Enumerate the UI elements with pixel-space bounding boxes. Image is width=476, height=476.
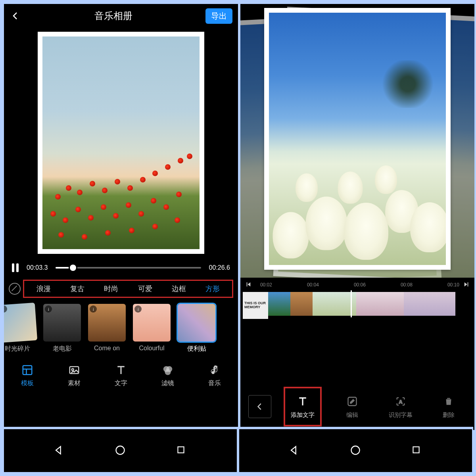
tab-text[interactable]: 文字 [114,363,128,388]
svg-point-4 [72,369,74,370]
template-icon [21,363,34,377]
page-title: 音乐相册 [94,10,132,22]
template-item[interactable]: Come on [88,304,126,353]
edit-icon [345,395,359,408]
download-icon [90,305,97,313]
preview-area [4,28,238,258]
category-item-active[interactable]: 方形 [205,284,220,294]
assets-icon [67,363,81,377]
delete-icon [442,395,455,408]
text-icon [114,363,128,377]
progress-slider[interactable] [56,267,201,269]
edit-button[interactable]: 编辑 [334,395,370,419]
caption-icon: A [394,395,407,408]
tab-label: 滤镜 [161,379,174,388]
skip-start-icon[interactable] [244,282,252,288]
photo-frame[interactable] [38,32,204,254]
filter-icon [161,363,175,377]
timeline-ruler[interactable]: 00:02 00:04 00:06 00:08 00:10 [240,278,474,292]
svg-point-15 [116,446,124,455]
preview-photo [269,13,446,265]
timeline-clip[interactable] [356,292,404,316]
category-item[interactable]: 时尚 [104,284,118,294]
none-icon[interactable] [9,283,21,295]
timeline-tick: 00:10 [447,282,459,288]
total-time: 00:26.6 [209,264,230,271]
text-tools-bar: 添加文字 编辑 A 识别字幕 删除 [240,385,474,430]
timeline-strip[interactable]: THIS IS OUR MEMORY [240,292,474,316]
nav-back-icon[interactable] [53,445,65,457]
music-album-editor-screen: 音乐相册 导出 [4,4,238,430]
titlebar: 音乐相册 导出 [4,4,238,28]
bottom-tabs: 模板 素材 文字 滤镜 [4,358,238,392]
template-item[interactable]: 老电影 [43,304,81,353]
skip-end-icon[interactable] [463,282,470,288]
preview-area[interactable] [240,4,474,278]
svg-rect-16 [178,447,184,453]
text-icon [296,395,309,408]
template-label: Colourful [139,345,164,352]
tab-label: 素材 [68,379,81,388]
category-row: 浪漫 复古 时尚 可爱 边框 方形 [9,280,233,298]
preview-photo [42,36,200,249]
tab-label: 音乐 [208,379,221,388]
timeline-clip[interactable] [290,292,313,316]
tab-assets[interactable]: 素材 [67,363,81,388]
timeline-clip[interactable] [404,292,455,316]
timeline-tick: 00:04 [307,282,319,288]
back-icon[interactable] [10,10,21,22]
playhead[interactable] [351,290,352,317]
timeline-tick: 00:02 [260,282,272,288]
timeline-editor-screen: 00:02 00:04 00:06 00:08 00:10 THIS IS OU… [238,4,474,430]
tool-label: 删除 [443,411,455,419]
template-item[interactable]: Colourful [133,304,171,353]
tab-label: 文字 [115,379,127,388]
music-icon [208,363,221,377]
nav-home-icon[interactable] [350,445,362,457]
svg-text:A: A [399,399,402,404]
android-navbar [3,427,473,473]
svg-rect-18 [413,447,419,453]
export-button[interactable]: 导出 [205,8,232,24]
svg-point-17 [351,446,359,455]
svg-point-9 [165,369,171,375]
back-button[interactable] [248,395,271,418]
delete-button[interactable]: 删除 [431,395,466,419]
nav-recent-icon[interactable] [176,445,188,457]
tab-label: 模板 [21,379,34,388]
tab-music[interactable]: 音乐 [208,363,221,388]
category-item[interactable]: 边框 [172,284,186,294]
timeline-clip[interactable]: THIS IS OUR MEMORY [243,292,268,319]
memory-text: THIS IS OUR MEMORY [244,301,267,309]
template-label: Come on [94,345,120,352]
download-icon [45,305,52,313]
template-label: 时光碎片 [5,345,30,353]
template-item-selected[interactable]: 便利贴 [178,304,215,353]
nav-home-icon[interactable] [115,445,127,457]
add-text-button[interactable]: 添加文字 [284,387,322,426]
pause-button[interactable] [12,263,19,272]
tab-template[interactable]: 模板 [21,363,34,388]
current-time: 00:03.3 [27,264,48,271]
template-item[interactable]: 时光碎片 [4,304,36,353]
player-bar: 00:03.3 00:26.6 [4,258,238,278]
tab-filter[interactable]: 滤镜 [161,363,175,388]
category-item[interactable]: 复古 [70,284,84,294]
timeline-clip[interactable] [268,292,290,316]
timeline-clip[interactable] [313,292,356,316]
category-item[interactable]: 浪漫 [36,284,51,294]
tool-label: 添加文字 [291,411,315,419]
timeline-tick: 00:08 [401,282,413,288]
category-item[interactable]: 可爱 [138,284,152,294]
nav-recent-icon[interactable] [411,445,423,457]
template-label: 老电影 [53,345,72,353]
nav-back-icon[interactable] [288,445,300,457]
caption-recognition-button[interactable]: A 识别字幕 [383,395,418,419]
tool-label: 编辑 [346,411,358,419]
category-list: 浪漫 复古 时尚 可爱 边框 方形 [23,280,233,298]
template-list[interactable]: 时光碎片 老电影 Come on Colourful 便利贴 [4,299,238,358]
tool-label: 识别字幕 [389,411,413,419]
template-label: 便利贴 [187,345,206,353]
svg-rect-0 [23,366,32,375]
timeline-tick: 00:06 [354,282,366,288]
